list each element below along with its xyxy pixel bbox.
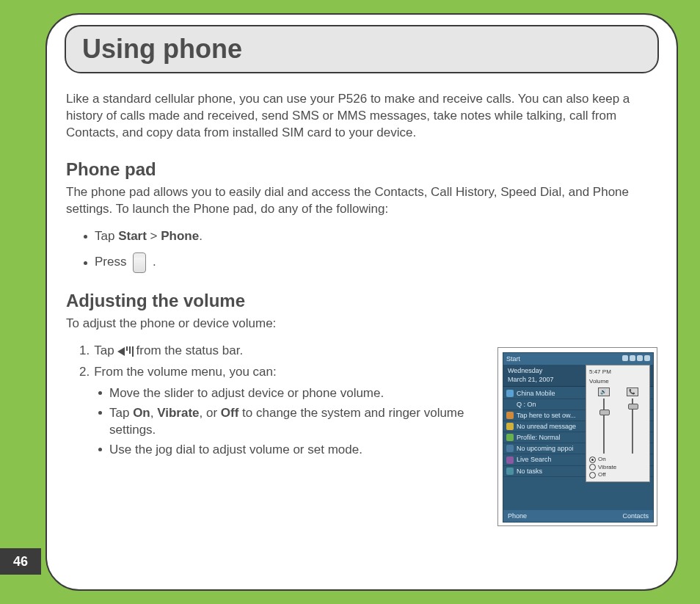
volume-desc: To adjust the phone or device volume:	[66, 316, 657, 332]
text: Tap Start > Phone.	[95, 228, 203, 245]
volume-popup: 5:47 PM Volume 🔊 📞	[586, 365, 650, 482]
text: Press .	[95, 252, 156, 273]
start-menu-label: Start	[506, 354, 520, 363]
page-number: 46	[0, 548, 41, 575]
volume-columns: 1. Tap from the status bar. 2. From the …	[66, 343, 657, 526]
manual-page: 46 Using phone Like a standard cellular …	[0, 0, 700, 604]
radio-icon	[589, 472, 596, 479]
step-1: 1. Tap from the status bar.	[79, 343, 477, 360]
volume-sliders: 🔊 📞	[589, 387, 646, 456]
content-panel: Using phone Like a standard cellular pho…	[45, 13, 678, 591]
bullet-icon	[84, 235, 87, 239]
header-pill: Using phone	[65, 25, 659, 73]
phone-pad-bullet-1: Tap Start > Phone.	[84, 228, 657, 245]
system-volume-slider[interactable]: 🔊	[594, 387, 613, 456]
bullet-icon	[98, 411, 102, 415]
heading-phone-pad: Phone pad	[66, 158, 657, 181]
ringer-volume-slider[interactable]: 📞	[623, 387, 642, 456]
step-2-sub-1: Move the slider to adjust device or phon…	[98, 385, 477, 402]
page-title: Using phone	[82, 34, 242, 65]
device-screen: Start Wednesday March 21, 2007 China Mob…	[503, 352, 654, 523]
heading-volume: Adjusting the volume	[66, 289, 657, 313]
bullet-icon	[98, 391, 102, 395]
option-on[interactable]: On	[589, 456, 646, 463]
content-area: Like a standard cellular phone, you can …	[66, 91, 657, 567]
status-icons	[621, 354, 650, 363]
softkey-right: Contacts	[622, 512, 649, 520]
speaker-icon	[117, 346, 134, 357]
call-button-icon	[133, 252, 146, 273]
step-2-sub-2: Tap On, Vibrate, or Off to change the sy…	[98, 405, 477, 439]
bullet-icon	[84, 261, 87, 265]
radio-icon	[589, 464, 596, 470]
device-softkeys: Phone Contacts	[503, 510, 653, 522]
device-topbar: Start	[503, 353, 653, 365]
phone-icon: 📞	[627, 387, 638, 396]
phone-pad-desc: The phone pad allows you to easily dial …	[66, 184, 657, 218]
volume-steps: 1. Tap from the status bar. 2. From the …	[66, 343, 477, 462]
phone-pad-bullet-2: Press .	[84, 252, 657, 273]
volume-mode-options: On Vibrate Off	[589, 456, 646, 479]
radio-icon	[589, 456, 596, 463]
device-screenshot: Start Wednesday March 21, 2007 China Mob…	[497, 347, 657, 526]
bullet-icon	[98, 448, 102, 451]
option-off[interactable]: Off	[589, 471, 646, 479]
option-vibrate[interactable]: Vibrate	[589, 464, 646, 471]
step-2-sub-3: Use the jog dial to adjust volume or set…	[98, 442, 477, 459]
speaker-icon: 🔊	[598, 387, 610, 396]
intro-paragraph: Like a standard cellular phone, you can …	[66, 91, 657, 142]
volume-popup-title: Volume	[589, 378, 646, 386]
step-2: 2. From the volume menu, you can:	[79, 364, 477, 381]
softkey-left: Phone	[508, 512, 527, 520]
